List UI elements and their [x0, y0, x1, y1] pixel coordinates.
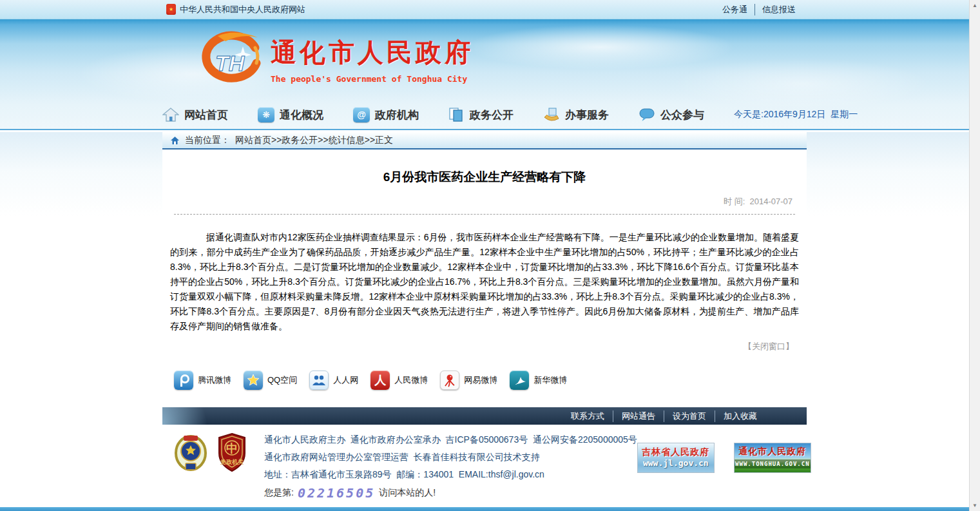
documents-icon	[448, 107, 465, 122]
breadcrumb-home-icon	[170, 136, 180, 145]
nav-item-participation[interactable]: 公众参与	[639, 107, 704, 122]
snowflake-icon: ❋	[258, 107, 274, 122]
site-header: TH 通化市人民政府 The people's Government of To…	[0, 19, 969, 130]
info-report-link[interactable]: 信息报送	[754, 4, 803, 15]
footer-link-set-homepage[interactable]: 设为首页	[664, 410, 715, 422]
breadcrumb: 当前位置： 网站首页>>政务公开>>统计信息>>正文	[162, 132, 807, 149]
icon-glyph: 人	[374, 372, 386, 388]
qzone-icon	[244, 371, 263, 390]
dashed-divider	[174, 214, 795, 215]
article-body: 据通化调查队对市内12家医药企业抽样调查结果显示：6月份，我市医药样本企业生产经…	[170, 230, 799, 334]
banner-url: WWW.TONGHUA.GOV.CN	[735, 459, 811, 468]
share-tencent-weibo[interactable]: 腾讯微博	[174, 371, 231, 390]
footer-link-bar: 联系方式 网站通告 设为首页 加入收藏	[162, 407, 807, 425]
share-renren[interactable]: 人人网	[309, 371, 358, 390]
nav-item-label: 政务公开	[470, 108, 514, 122]
counter-suffix: 访问本站的人!	[379, 487, 436, 499]
breadcrumb-path[interactable]: 网站首页>>政务公开>>统计信息>>正文	[235, 135, 393, 146]
share-label: 新华微博	[533, 374, 567, 386]
site-logo: TH 通化市人民政府 The people's Government of To…	[196, 28, 474, 88]
logo-swoosh-icon: TH	[196, 28, 263, 88]
party-gov-badge-icon[interactable]: 中 党政机关	[216, 432, 247, 475]
main-navigation: 网站首页 ❋ 通化概况 @ 政府机构	[162, 101, 807, 129]
share-label: QQ空间	[267, 374, 297, 386]
national-emblem-icon: ★	[166, 4, 176, 15]
speech-bubble-icon	[639, 107, 655, 122]
breadcrumb-label: 当前位置：	[185, 135, 230, 146]
renren-icon	[309, 371, 329, 390]
share-netease-weibo[interactable]: 网易微博	[440, 371, 497, 390]
bottom-blue-strip	[0, 507, 969, 511]
netease-weibo-icon	[440, 371, 459, 390]
visitor-counter: 您是第: 02216505 访问本站的人!	[264, 485, 637, 501]
people-weibo-icon: 人	[370, 371, 390, 390]
article-container: 6月份我市医药企业生产经营略有下降 时 间: 2014-07-07 据通化调查队…	[162, 149, 807, 407]
banner-title: 通化市人民政府	[735, 446, 811, 458]
nav-item-label: 网站首页	[184, 108, 228, 122]
footer-link-notice[interactable]: 网站通告	[613, 410, 664, 422]
nav-item-label: 通化概况	[280, 108, 323, 122]
badge-glyph: 中	[226, 442, 238, 455]
share-label: 人民微博	[394, 374, 428, 386]
logo-mark-letters: TH	[215, 51, 245, 75]
xinhua-weibo-icon	[510, 371, 529, 390]
jilin-gov-banner[interactable]: 吉林省人民政府 www.jl.gov.cn	[637, 443, 715, 473]
gongwutong-link[interactable]: 公务通	[715, 4, 754, 15]
footer-link-favorite[interactable]: 加入收藏	[715, 410, 765, 422]
tonghua-gov-banner[interactable]: 通化市人民政府 WWW.TONGHUA.GOV.CN	[734, 443, 811, 473]
icon-glyph: ❋	[262, 110, 270, 120]
footer-operator-line: 通化市政府网站管理办公室管理运营 长春首佳科技有限公司技术支持	[264, 448, 637, 466]
share-qzone[interactable]: QQ空间	[244, 371, 297, 390]
nav-item-label: 政府机构	[375, 108, 419, 122]
top-government-bar: ★ 中华人民共和国中央人民政府网站 公务通 信息报送	[0, 0, 969, 19]
site-subtitle: The people's Government of Tonghua City	[271, 74, 474, 84]
vertical-scrollbar[interactable]: ▲ ▼	[969, 0, 980, 511]
share-label: 人人网	[333, 374, 358, 386]
police-badge-icon[interactable]	[173, 432, 208, 475]
scroll-up-arrow-icon[interactable]: ▲	[970, 0, 980, 11]
nav-item-home[interactable]: 网站首页	[162, 107, 228, 122]
nav-item-services[interactable]: 办事服务	[543, 107, 609, 122]
footer: 中 党政机关 通化市人民政府主办 通化市政府办公室承办 吉ICP备0500067…	[162, 425, 807, 506]
badge-label: 党政机关	[220, 459, 244, 465]
site-title: 通化市人民政府	[271, 35, 474, 70]
icon-glyph: @	[357, 110, 366, 120]
home-icon	[162, 107, 179, 122]
counter-prefix: 您是第:	[264, 487, 294, 499]
nav-item-gov-affairs[interactable]: 政务公开	[448, 107, 514, 122]
central-gov-site-link[interactable]: ★ 中华人民共和国中央人民政府网站	[166, 4, 305, 15]
share-label: 腾讯微博	[198, 374, 231, 386]
article-time: 时 间: 2014-07-07	[162, 186, 807, 211]
counter-value: 02216505	[298, 485, 375, 501]
current-date-text: 今天是:2016年9月12日 星期一	[734, 109, 860, 121]
page: ★ 中华人民共和国中央人民政府网站 公务通 信息报送 T	[0, 0, 969, 511]
scroll-down-arrow-icon[interactable]: ▼	[970, 500, 980, 511]
tencent-weibo-icon	[174, 371, 193, 390]
share-label: 网易微博	[464, 374, 497, 386]
footer-link-contact[interactable]: 联系方式	[562, 410, 613, 422]
share-xinhua-weibo[interactable]: 新华微博	[510, 371, 567, 390]
nav-item-overview[interactable]: ❋ 通化概况	[258, 107, 323, 122]
banner-title: 吉林省人民政府	[638, 447, 714, 458]
central-gov-site-label[interactable]: 中华人民共和国中央人民政府网站	[180, 4, 305, 15]
nav-item-gov-orgs[interactable]: @ 政府机构	[353, 107, 419, 122]
close-window-link[interactable]: 【关闭窗口】	[744, 342, 794, 351]
at-icon: @	[353, 107, 370, 122]
article-title: 6月份我市医药企业生产经营略有下降	[162, 149, 807, 186]
hand-service-icon	[543, 107, 560, 122]
footer-address-line: 地址：吉林省通化市玉泉路89号 邮编：134001 EMAIL:thsf@jl.…	[264, 466, 637, 483]
nav-item-label: 公众参与	[660, 108, 704, 122]
banner-url: www.jl.gov.cn	[638, 458, 714, 468]
share-people-weibo[interactable]: 人 人民微博	[370, 371, 428, 390]
footer-sponsor-line: 通化市人民政府主办 通化市政府办公室承办 吉ICP备05000673号 通公网安…	[264, 431, 637, 448]
nav-item-label: 办事服务	[565, 108, 609, 122]
share-bar: 腾讯微博 QQ空间	[174, 371, 807, 390]
